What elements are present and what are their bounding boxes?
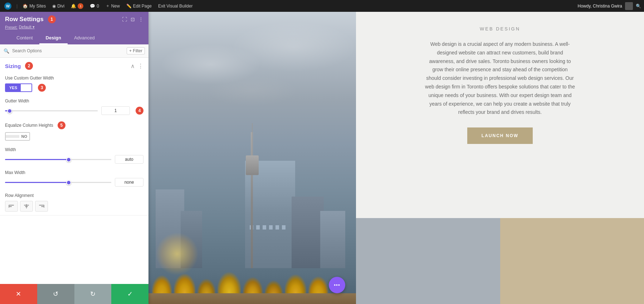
search-bar: 🔍 + Filter xyxy=(0,44,148,58)
fullscreen-icon[interactable]: ⛶ xyxy=(122,16,127,22)
tab-design[interactable]: Design xyxy=(39,32,68,44)
row-alignment-field: Row Alignment xyxy=(0,190,148,215)
my-sites-button[interactable]: 🏠 My Sites xyxy=(21,4,47,9)
bell-icon: 🔔 xyxy=(71,4,76,9)
user-greeting: Howdy, Christina Gwira xyxy=(578,4,622,9)
city-image-section: ••• xyxy=(148,12,356,304)
user-avatar xyxy=(625,2,633,10)
align-center-button[interactable] xyxy=(20,201,33,212)
separator-1: | xyxy=(16,4,18,9)
split-icon[interactable]: ⊡ xyxy=(131,16,135,22)
divi-button[interactable]: ◉ Divi xyxy=(51,4,66,9)
width-field: Width xyxy=(0,144,148,167)
collapse-icon[interactable]: ∧ xyxy=(131,63,135,69)
step2-badge: 2 xyxy=(25,62,33,70)
tab-advanced[interactable]: Advanced xyxy=(68,32,101,44)
comments-button[interactable]: 💬 0 xyxy=(88,4,101,9)
page-preview: ••• WEB DESIGN Web design is a crucial a… xyxy=(148,12,644,304)
edit-page-label: Edit Page xyxy=(133,4,152,9)
step3-badge: 3 xyxy=(38,84,46,92)
panel-title: Row Settings xyxy=(5,16,44,23)
search-input[interactable] xyxy=(12,48,124,53)
exit-label: Exit Visual Builder xyxy=(158,4,193,9)
equalize-field: Equalize Column Heights 5 NO xyxy=(0,119,148,144)
step1-badge: 1 xyxy=(48,15,56,23)
home-icon: 🏠 xyxy=(23,4,28,9)
preset-value[interactable]: Default ▾ xyxy=(19,25,35,29)
swatch-gray xyxy=(356,218,500,304)
step5-badge: 5 xyxy=(58,121,65,129)
save-button[interactable]: ✓ xyxy=(111,284,148,304)
comment-icon: 💬 xyxy=(90,4,95,9)
max-width-value-input[interactable] xyxy=(115,178,143,187)
max-width-slider-track[interactable] xyxy=(5,182,111,183)
svg-rect-6 xyxy=(39,205,44,206)
panel-tabs: Content Design Advanced xyxy=(5,32,143,44)
row-settings-panel: Row Settings 1 ⛶ ⊡ ⋮ Preset: Default ▾ C… xyxy=(0,12,148,304)
body-text: Web design is a crucial aspect of any mo… xyxy=(425,40,575,117)
sizing-section: Sizing 2 ∧ ⋮ Use Custom Gutter Width xyxy=(0,58,148,216)
panel-body: Sizing 2 ∧ ⋮ Use Custom Gutter Width xyxy=(0,58,148,284)
divi-icon: ◉ xyxy=(52,4,56,9)
svg-rect-0 xyxy=(9,205,14,206)
new-button[interactable]: ＋ New xyxy=(104,3,121,9)
edit-page-button[interactable]: ✏️ Edit Page xyxy=(125,4,153,9)
tab-content[interactable]: Content xyxy=(10,32,39,44)
web-design-text-section: WEB DESIGN Web design is a crucial aspec… xyxy=(356,12,644,218)
svg-rect-1 xyxy=(9,206,12,207)
admin-bar: W | 🏠 My Sites ◉ Divi 🔔 1 💬 0 ＋ New ✏️ E… xyxy=(0,0,644,12)
fab-icon: ••• xyxy=(334,282,340,288)
wordpress-icon: W xyxy=(4,3,11,10)
section-menu-icon[interactable]: ⋮ xyxy=(138,63,143,69)
preset-label: Preset: xyxy=(5,25,18,29)
launch-now-button[interactable]: LAUNCH NOW xyxy=(467,127,533,144)
gutter-toggle[interactable]: YES xyxy=(5,83,32,92)
floating-action-button[interactable]: ••• xyxy=(329,277,345,293)
pencil-icon: ✏️ xyxy=(126,4,132,9)
max-width-field: Max Width xyxy=(0,167,148,190)
gutter-value-input[interactable] xyxy=(101,106,130,115)
width-slider-track[interactable] xyxy=(5,159,111,160)
more-options-icon[interactable]: ⋮ xyxy=(138,16,143,22)
swatch-tan xyxy=(500,218,644,304)
equalize-toggle[interactable]: NO xyxy=(5,132,30,141)
gutter-width-field: Use Custom Gutter Width YES 3 xyxy=(0,73,148,96)
step4-badge: 4 xyxy=(136,107,143,115)
search-icon: 🔍 xyxy=(4,48,9,54)
sizing-title: Sizing 2 xyxy=(5,62,33,70)
gutter-width-slider-field: Gutter Width 4 xyxy=(0,96,148,119)
action-bar: ✕ ↺ ↻ ✓ xyxy=(0,284,148,304)
color-swatches xyxy=(356,218,644,304)
toggle-yes-option: YES xyxy=(6,84,21,91)
gutter-slider-track[interactable] xyxy=(5,110,98,111)
new-label: New xyxy=(111,4,120,9)
redo-button[interactable]: ↻ xyxy=(74,284,112,304)
exit-visual-builder-button[interactable]: Exit Visual Builder xyxy=(157,4,194,9)
panel-header: Row Settings 1 ⛶ ⊡ ⋮ Preset: Default ▾ C… xyxy=(0,12,148,44)
filter-button[interactable]: + Filter xyxy=(127,47,145,54)
align-right-button[interactable] xyxy=(35,201,48,212)
my-sites-label: My Sites xyxy=(29,4,46,9)
align-left-button[interactable] xyxy=(5,201,18,212)
notifications-button[interactable]: 🔔 1 xyxy=(69,3,85,9)
divi-label: Divi xyxy=(57,4,64,9)
plus-icon: ＋ xyxy=(106,3,110,9)
notifications-badge: 1 xyxy=(78,3,83,9)
content-area: ••• WEB DESIGN Web design is a crucial a… xyxy=(148,12,644,304)
comments-count: 0 xyxy=(97,4,99,9)
wp-home-button[interactable]: W xyxy=(3,3,13,10)
svg-rect-7 xyxy=(41,206,44,207)
cancel-button[interactable]: ✕ xyxy=(0,284,37,304)
undo-button[interactable]: ↺ xyxy=(37,284,74,304)
section-title: WEB DESIGN xyxy=(480,26,520,32)
width-value-input[interactable] xyxy=(115,155,143,164)
search-icon[interactable]: 🔍 xyxy=(636,4,641,9)
